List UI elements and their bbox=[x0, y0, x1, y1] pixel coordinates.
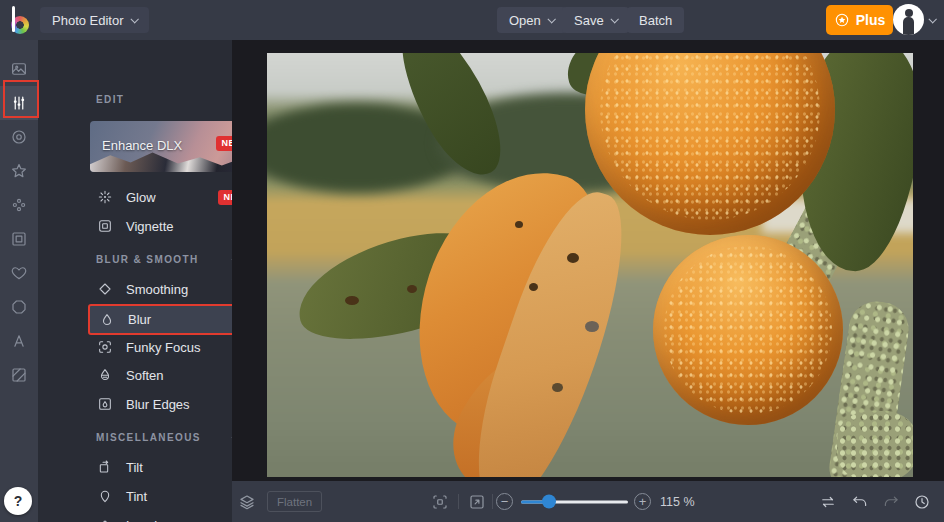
compare-button[interactable] bbox=[819, 493, 837, 511]
zoom-slider[interactable] bbox=[521, 500, 628, 503]
panel-item-tint[interactable]: Tint bbox=[88, 481, 232, 511]
rail-item-frames[interactable] bbox=[0, 222, 38, 256]
panel-item-blur[interactable]: Blur bbox=[88, 304, 232, 335]
enhance-dlx-card[interactable]: Enhance DLX NEW bbox=[90, 121, 232, 172]
eye-icon bbox=[10, 128, 28, 146]
rail-item-textures[interactable] bbox=[0, 290, 38, 324]
edit-panel: EDIT Enhance DLX NEW Glow NEW Vignette B… bbox=[38, 40, 232, 522]
levels-icon bbox=[97, 517, 113, 522]
panel-header: EDIT bbox=[96, 94, 232, 105]
divider bbox=[492, 494, 493, 509]
item-label: Smoothing bbox=[126, 282, 188, 297]
expand-icon bbox=[468, 493, 486, 511]
canvas-area bbox=[232, 40, 944, 481]
panel-item-blur-edges[interactable]: Blur Edges bbox=[88, 389, 232, 419]
blur-edges-icon bbox=[97, 396, 113, 412]
panel-item-soften[interactable]: Soften bbox=[88, 360, 232, 390]
app-menu-button[interactable]: Photo Editor bbox=[40, 7, 149, 33]
zoom-in-button[interactable]: + bbox=[634, 493, 651, 510]
bottom-bar: Flatten − + 115 % bbox=[232, 481, 944, 522]
rail-item-touch-up[interactable] bbox=[0, 120, 38, 154]
redo-icon bbox=[882, 493, 900, 511]
zoom-slider-thumb[interactable] bbox=[542, 494, 556, 508]
fit-to-screen-button[interactable] bbox=[431, 493, 449, 511]
section-label: MISCELLANEOUS bbox=[96, 432, 201, 443]
app-window: Photo Editor Open Save Batch Plus bbox=[0, 0, 944, 522]
item-label: Glow bbox=[126, 190, 156, 205]
flatten-label: Flatten bbox=[277, 496, 312, 508]
plus-label: Plus bbox=[856, 12, 886, 28]
rail-item-edit-tools[interactable] bbox=[0, 86, 38, 120]
help-button[interactable]: ? bbox=[4, 487, 32, 515]
history-button[interactable] bbox=[913, 493, 931, 511]
undo-button[interactable] bbox=[851, 493, 869, 511]
rail-item-text[interactable] bbox=[0, 324, 38, 358]
panel-header-label: EDIT bbox=[96, 94, 124, 105]
draw-icon bbox=[10, 366, 28, 384]
droplet-icon bbox=[99, 312, 115, 328]
star-icon bbox=[10, 162, 28, 180]
sliders-icon bbox=[10, 94, 28, 112]
chevron-down-icon bbox=[547, 15, 555, 23]
panel-item-smoothing[interactable]: Smoothing bbox=[88, 274, 232, 304]
frame-icon bbox=[10, 230, 28, 248]
save-menu-button[interactable]: Save bbox=[562, 7, 629, 33]
layers-button[interactable] bbox=[238, 493, 256, 511]
chevron-down-icon bbox=[610, 15, 618, 23]
section-miscellaneous[interactable]: MISCELLANEOUS bbox=[96, 432, 232, 443]
item-label: Blur Edges bbox=[126, 397, 190, 412]
panel-item-funky-focus[interactable]: Funky Focus bbox=[88, 332, 232, 362]
rail-item-effects[interactable] bbox=[0, 154, 38, 188]
text-icon bbox=[10, 332, 28, 350]
save-label: Save bbox=[574, 13, 604, 28]
panel-item-levels[interactable]: Levels bbox=[88, 510, 232, 522]
chevron-down-icon[interactable] bbox=[928, 15, 936, 23]
photo-image[interactable] bbox=[267, 53, 913, 477]
avatar[interactable] bbox=[893, 4, 924, 35]
top-bar: Photo Editor Open Save Batch Plus bbox=[0, 0, 944, 40]
panel-item-tilt[interactable]: Tilt bbox=[88, 452, 232, 482]
redo-button[interactable] bbox=[882, 493, 900, 511]
undo-icon bbox=[851, 493, 869, 511]
app-menu-label: Photo Editor bbox=[52, 13, 124, 28]
tilt-icon bbox=[97, 459, 113, 475]
item-label: Levels bbox=[126, 518, 164, 522]
zoom-level-value: 115 % bbox=[660, 481, 695, 522]
panel-item-glow[interactable]: Glow NEW bbox=[88, 182, 232, 212]
item-label: Tilt bbox=[126, 460, 143, 475]
mountain-thumbnail bbox=[90, 150, 232, 172]
open-label: Open bbox=[509, 13, 541, 28]
item-label: Soften bbox=[126, 368, 164, 383]
enhance-dlx-label: Enhance DLX bbox=[102, 138, 182, 153]
glow-icon bbox=[97, 189, 113, 205]
layers-icon bbox=[238, 493, 256, 511]
heart-icon bbox=[10, 264, 28, 282]
rail-item-photo-manager[interactable] bbox=[0, 52, 38, 86]
new-badge: NEW bbox=[216, 136, 233, 151]
rail-item-overlays[interactable] bbox=[0, 256, 38, 290]
item-label: Blur bbox=[128, 312, 151, 327]
tint-icon bbox=[97, 488, 113, 504]
rail-item-artsy[interactable] bbox=[0, 188, 38, 222]
flatten-button[interactable]: Flatten bbox=[267, 491, 322, 512]
rail-item-draw[interactable] bbox=[0, 358, 38, 392]
tool-rail bbox=[0, 40, 38, 522]
chevron-down-icon bbox=[130, 15, 138, 23]
item-label: Tint bbox=[126, 489, 147, 504]
befunky-logo-icon bbox=[11, 6, 37, 34]
panel-item-vignette[interactable]: Vignette bbox=[88, 211, 232, 241]
fit-screen-icon bbox=[431, 493, 449, 511]
octagon-icon bbox=[10, 298, 28, 316]
fullscreen-button[interactable] bbox=[468, 493, 486, 511]
batch-button[interactable]: Batch bbox=[627, 7, 684, 33]
plus-upgrade-button[interactable]: Plus bbox=[826, 5, 893, 35]
zoom-out-button[interactable]: − bbox=[496, 493, 513, 510]
divider bbox=[458, 494, 459, 509]
batch-label: Batch bbox=[639, 13, 672, 28]
star-circle-icon bbox=[834, 12, 850, 28]
section-blur-smooth[interactable]: BLUR & SMOOTH bbox=[96, 254, 232, 265]
focus-icon bbox=[97, 339, 113, 355]
history-clock-icon bbox=[913, 493, 931, 511]
open-menu-button[interactable]: Open bbox=[497, 7, 566, 33]
dots-icon bbox=[10, 196, 28, 214]
